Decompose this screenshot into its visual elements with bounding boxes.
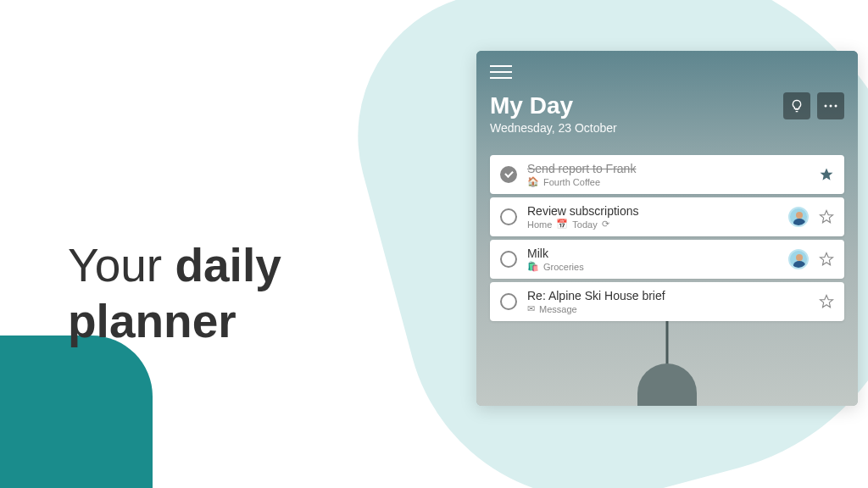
hamburger-menu-button[interactable] (490, 65, 512, 82)
star-icon[interactable] (819, 294, 834, 309)
task-title: Send report to Frank (527, 162, 809, 175)
headline-bold-2: planner (68, 295, 236, 347)
task-item[interactable]: Re: Alpine Ski House brief ✉ Message (490, 282, 844, 321)
task-item[interactable]: Milk 🛍️ Groceries (490, 240, 844, 279)
list-icon: 🏠 (527, 176, 539, 187)
task-meta-text: Today (572, 219, 597, 230)
task-item[interactable]: Send report to Frank 🏠 Fourth Coffee (490, 155, 844, 194)
decorative-shape-left (0, 336, 153, 488)
task-meta-prefix: Home (527, 219, 552, 230)
task-list: Send report to Frank 🏠 Fourth Coffee Rev… (490, 155, 844, 321)
task-checkbox[interactable] (500, 166, 517, 183)
assignee-avatar[interactable] (788, 249, 809, 269)
task-meta-text: Fourth Coffee (543, 177, 600, 187)
headline-light: Your (68, 239, 162, 291)
task-title: Milk (527, 247, 778, 260)
task-title: Re: Alpine Ski House brief (527, 289, 809, 302)
task-meta-text: Groceries (543, 262, 584, 272)
svg-point-1 (830, 105, 832, 108)
page-date: Wednesday, 23 October (490, 121, 617, 135)
marketing-headline: Your daily planner (68, 237, 281, 349)
more-options-button[interactable] (817, 92, 844, 119)
suggestions-button[interactable] (783, 92, 810, 119)
page-title: My Day (490, 92, 617, 119)
task-checkbox[interactable] (500, 293, 517, 310)
headline-bold-1: daily (175, 239, 281, 291)
star-icon[interactable] (819, 167, 834, 182)
app-window: My Day Wednesday, 23 October Send report… (476, 51, 858, 406)
repeat-icon: ⟳ (602, 219, 609, 230)
svg-point-2 (835, 105, 837, 108)
calendar-icon: 📅 (556, 219, 568, 230)
star-icon[interactable] (819, 209, 834, 225)
assignee-avatar[interactable] (788, 207, 809, 227)
task-meta-text: Message (539, 304, 577, 314)
star-icon[interactable] (819, 252, 834, 267)
task-checkbox[interactable] (500, 208, 517, 225)
list-icon: 🛍️ (527, 261, 539, 272)
svg-point-0 (825, 105, 827, 108)
task-title: Review subscriptions (527, 204, 778, 218)
task-item[interactable]: Review subscriptions Home 📅 Today ⟳ (490, 197, 844, 236)
mail-icon: ✉ (527, 303, 535, 314)
task-checkbox[interactable] (500, 251, 517, 268)
